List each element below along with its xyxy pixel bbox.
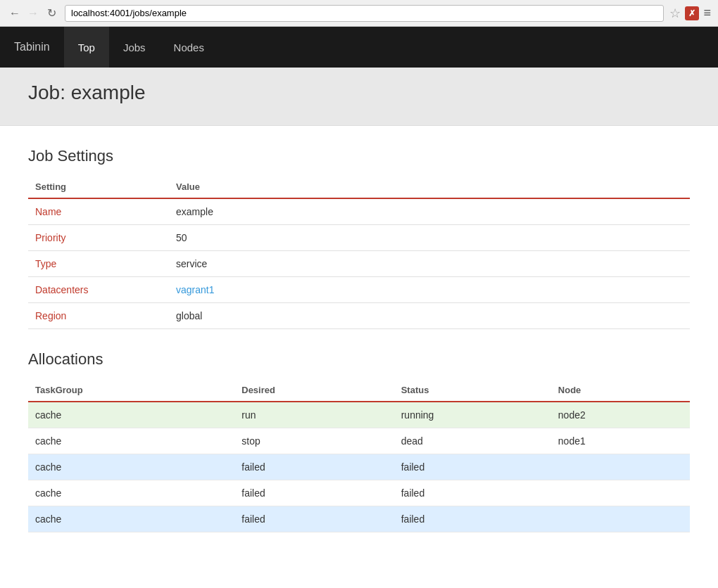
menu-button[interactable]: ≡ — [703, 6, 711, 20]
alloc-row: cachestopdeadnode1 — [28, 428, 690, 454]
alloc-row: cachefailedfailed — [28, 506, 690, 532]
page-header: Job: example — [0, 68, 718, 126]
alloc-cell-node — [551, 480, 690, 506]
alloc-cell-taskgroup: cache — [28, 454, 234, 480]
alloc-cell-node: node2 — [551, 402, 690, 428]
settings-col-value: Value — [169, 176, 690, 198]
alloc-row: cacherunrunningnode2 — [28, 402, 690, 428]
settings-row: Priority50 — [28, 225, 690, 251]
nav-nodes[interactable]: Nodes — [160, 27, 218, 68]
settings-col-setting: Setting — [28, 176, 169, 198]
navbar: Tabinin Top Jobs Nodes — [0, 27, 718, 68]
page-title: Job: example — [28, 82, 690, 104]
settings-cell-setting: Type — [28, 251, 169, 277]
forward-button[interactable]: → — [25, 6, 41, 21]
alloc-col-desired: Desired — [234, 379, 393, 402]
alloc-cell-status: failed — [394, 480, 551, 506]
alloc-row: cachefailedfailed — [28, 480, 690, 506]
navbar-brand: Tabinin — [0, 27, 64, 68]
alloc-cell-desired: run — [234, 402, 393, 428]
alloc-cell-node — [551, 454, 690, 480]
settings-cell-value: example — [169, 198, 690, 225]
alloc-col-node: Node — [551, 379, 690, 402]
alloc-cell-taskgroup: cache — [28, 402, 234, 428]
settings-cell-setting: Priority — [28, 225, 169, 251]
alloc-cell-taskgroup: cache — [28, 428, 234, 454]
settings-cell-setting: Name — [28, 198, 169, 225]
alloc-cell-taskgroup: cache — [28, 506, 234, 532]
job-settings-title: Job Settings — [28, 147, 690, 165]
settings-row: Regionglobal — [28, 303, 690, 329]
alloc-cell-desired: failed — [234, 454, 393, 480]
main-content: Job Settings Setting Value NameexamplePr… — [0, 133, 718, 547]
alloc-row: cachefailedfailed — [28, 454, 690, 480]
allocations-table: TaskGroup Desired Status Node cacherunru… — [28, 379, 690, 532]
alloc-cell-desired: failed — [234, 506, 393, 532]
alloc-cell-desired: stop — [234, 428, 393, 454]
alloc-cell-status: dead — [394, 428, 551, 454]
settings-value-link[interactable]: vagrant1 — [176, 284, 214, 295]
settings-cell-setting: Datacenters — [28, 277, 169, 303]
settings-row: Nameexample — [28, 198, 690, 225]
bookmark-button[interactable]: ☆ — [669, 6, 681, 21]
browser-chrome: ← → ↻ ☆ ✗ ≡ — [0, 0, 718, 27]
alloc-cell-desired: failed — [234, 480, 393, 506]
alloc-col-taskgroup: TaskGroup — [28, 379, 234, 402]
settings-cell-value[interactable]: vagrant1 — [169, 277, 690, 303]
nav-jobs[interactable]: Jobs — [109, 27, 160, 68]
settings-row: Typeservice — [28, 251, 690, 277]
settings-cell-value: global — [169, 303, 690, 329]
alloc-cell-status: running — [394, 402, 551, 428]
alloc-col-status: Status — [394, 379, 551, 402]
settings-table: Setting Value NameexamplePriority50Types… — [28, 176, 690, 329]
alloc-cell-status: failed — [394, 506, 551, 532]
settings-cell-value: 50 — [169, 225, 690, 251]
reload-button[interactable]: ↻ — [44, 6, 59, 21]
settings-cell-value: service — [169, 251, 690, 277]
alloc-cell-taskgroup: cache — [28, 480, 234, 506]
settings-row: Datacentersvagrant1 — [28, 277, 690, 303]
extension-button[interactable]: ✗ — [685, 6, 699, 20]
alloc-cell-node: node1 — [551, 428, 690, 454]
allocations-title: Allocations — [28, 350, 690, 369]
nav-top[interactable]: Top — [64, 27, 109, 68]
browser-actions: ☆ ✗ ≡ — [669, 6, 711, 21]
settings-cell-setting: Region — [28, 303, 169, 329]
alloc-cell-status: failed — [394, 454, 551, 480]
back-button[interactable]: ← — [7, 6, 23, 21]
nav-buttons: ← → ↻ — [7, 6, 59, 21]
address-bar[interactable] — [65, 5, 664, 22]
alloc-cell-node — [551, 506, 690, 532]
